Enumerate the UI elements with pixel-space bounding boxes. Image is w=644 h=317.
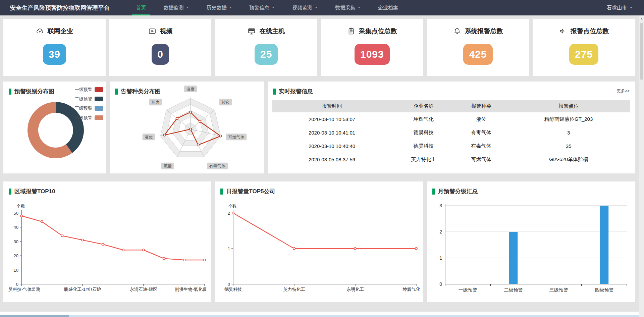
stat-label: 在线主机 [259,27,285,36]
table-column-header: 报警时间 [272,100,391,112]
svg-text:0: 0 [439,281,442,287]
stat-title: 报警点位总数 [559,27,609,36]
svg-text:30: 30 [14,239,18,244]
dashboard-content: 联网企业39视频0在线主机25采集点位总数1093系统报警总数425报警点位总数… [3,19,635,302]
vertical-scrollbar-thumb[interactable] [640,23,643,80]
nav-item-label: 数据监测 [164,5,184,11]
svg-text:英力特化工: 英力特化工 [283,287,305,292]
svg-text:40: 40 [14,225,18,230]
video-camera-icon [148,27,156,35]
svg-text:四级预警: 四级预警 [595,287,613,293]
panel-title-top10: 区域报警TOP10 [9,188,55,195]
panel-title-alarm-types: 告警种类分布图 [115,88,161,95]
stat-label: 采集点位总数 [359,27,397,36]
svg-text:东明化工: 东明化工 [346,287,364,292]
svg-text:一级预警: 一级预警 [458,287,477,293]
panel-monthly-warning-summary: 月预警分级汇总 0123一级预警二级预警三级预警四级预警 [427,181,635,302]
table-cell: 35 [507,139,630,153]
panel-title-text: 区域报警TOP10 [14,188,55,195]
svg-text:0: 0 [228,282,230,287]
legend-swatch [95,87,103,92]
table-cell: 英力特化工 [391,153,455,166]
legend-swatch [95,97,103,101]
nav-item-5[interactable]: 数据采集▼ [326,0,369,15]
daily-alarm-top5-line-chart: 个数012德昊科技英力特化工东明化工坤辉气化 [218,196,421,299]
svg-text:3: 3 [439,203,442,208]
title-bullet [115,89,118,95]
svg-text:其它: 其它 [221,100,229,105]
title-bullet [432,189,435,195]
nav-item-4[interactable]: 视频监测▼ [283,0,326,15]
nav-item-3[interactable]: 预警信息▼ [240,0,283,15]
svg-text:有毒气体: 有毒气体 [209,164,225,168]
table-cell: 精醇南罐液位GT_203 [507,112,630,126]
legend-item-3[interactable]: 四级预警 [75,114,103,121]
chevron-down-icon: ▼ [272,6,275,9]
svg-text:坤辉气化: 坤辉气化 [402,287,420,292]
stat-title: 视频 [148,27,173,36]
nav-item-2[interactable]: 历史数据▼ [198,0,240,15]
stat-card-3: 采集点位总数1093 [321,19,423,76]
legend-swatch [95,106,103,111]
scroll-up-arrow-icon[interactable]: ∧ [639,17,644,20]
nav-item-0[interactable]: 首页 [127,0,155,15]
title-bullet [220,189,223,195]
table-column-header: 报警种类 [455,100,507,112]
panel-title-text: 告警种类分布图 [121,88,161,95]
svg-text:二级预警: 二级预警 [504,287,523,293]
legend-item-2[interactable]: 三级预警 [75,105,103,112]
panel-title-text: 预警级别分布图 [14,88,54,95]
svg-text:20: 20 [14,253,18,258]
radar-axis-label: 可燃气体 [226,134,247,140]
panel-daily-alarm-top5: 日报警量TOP5公司 个数012德昊科技英力特化工东明化工坤辉气化 [215,181,423,302]
table-row-3: 2020-03-05 08:37:59英力特化工可燃气体GIA-520单体贮槽 [272,153,630,166]
radar-axis-label: 其它 [219,99,232,105]
svg-text:2: 2 [228,211,230,216]
nav-item-6[interactable]: 企业档案 [369,0,407,15]
stat-value-badge: 0 [152,44,169,65]
stat-title: 联网企业 [36,27,73,36]
panel-title-top5: 日报警量TOP5公司 [220,188,275,195]
panel-title-monthly: 月预警分级汇总 [432,188,478,195]
svg-text:10: 10 [14,268,18,273]
main-menu: 首页数据监测▼历史数据▼预警信息▼视频监测▼数据采集▼企业档案 [127,0,407,15]
table-cell: 2020-03-05 08:37:59 [272,153,391,166]
svg-text:个数: 个数 [16,204,25,209]
table-column-header: 企业名称 [391,100,455,112]
svg-text:0: 0 [16,282,18,287]
legend-item-0[interactable]: 一级预警 [75,86,103,93]
legend-item-1[interactable]: 二级预警 [75,96,103,102]
chevron-down-icon: ▼ [229,6,232,9]
svg-text:三级预警: 三级预警 [549,287,568,293]
title-bullet [9,89,11,95]
nav-item-label: 数据采集 [335,5,355,11]
monitor-icon [248,27,256,35]
nav-item-1[interactable]: 数据监测▼ [155,0,198,15]
vertical-scrollbar[interactable]: ∧ [639,15,644,317]
nav-item-label: 企业档案 [378,5,398,11]
stat-value-badge: 39 [43,44,66,65]
stat-card-0: 联网企业39 [3,19,106,76]
stat-label: 报警点位总数 [571,27,609,36]
radar-axis-label: 液位 [143,134,155,140]
legend-label: 二级预警 [75,96,92,102]
chevron-down-icon: ▼ [315,6,318,9]
table-cell: 德昊科技 [391,139,455,153]
bottom-row: 区域报警TOP10 个数01020304050昊科技-气体监测鹏盛化工-1#电石… [3,181,635,302]
middle-row: 预警级别分布图 一级预警二级预警三级预警四级预警 告警种类分布图 温度其它可燃气… [3,82,635,173]
table-cell: 2020-03-10 10:41:01 [272,126,391,139]
table-column-header: 报警点位 [507,100,630,112]
stat-value-badge: 425 [463,44,492,65]
more-link[interactable]: 更多>> [617,88,630,94]
svg-text:2: 2 [439,229,442,234]
svg-text:压力: 压力 [152,100,160,105]
svg-text:德昊科技: 德昊科技 [224,287,242,292]
region-selector[interactable]: 石嘴山市 ▼ [607,5,633,11]
horizontal-scrollbar-thumb[interactable] [0,315,69,317]
stat-label: 联网企业 [48,27,73,36]
horizontal-scrollbar[interactable] [0,315,644,317]
stats-row: 联网企业39视频0在线主机25采集点位总数1093系统报警总数425报警点位总数… [3,19,635,76]
svg-text:1: 1 [439,255,442,261]
table-cell: 2020-03-10 10:40:40 [272,139,391,153]
speaker-icon [559,27,567,35]
